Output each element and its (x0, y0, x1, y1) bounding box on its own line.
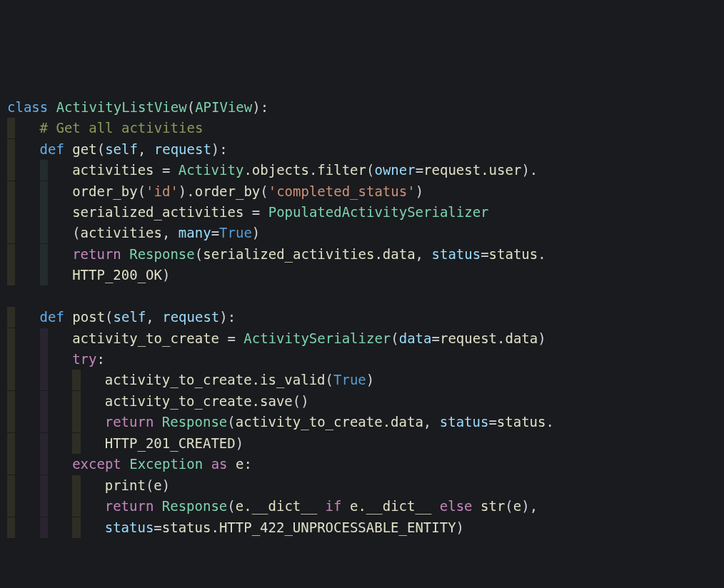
token: ( (260, 183, 268, 199)
token: objects (252, 162, 309, 178)
token: = (431, 330, 439, 346)
token: PopulatedActivitySerializer (268, 204, 489, 220)
token: e (513, 498, 521, 514)
code-line[interactable]: return Response(activity_to_create.data,… (7, 412, 717, 432)
token: ). (179, 183, 195, 199)
indent-guides (7, 181, 72, 202)
token: ) (236, 435, 243, 451)
token: try (72, 351, 96, 367)
code-editor[interactable]: class ActivityListView(APIView):# Get al… (7, 97, 717, 538)
token: 'completed_status' (268, 183, 416, 199)
code-line[interactable]: activity_to_create.save() (7, 391, 717, 412)
token: ) (416, 183, 423, 199)
code-tokens: activities = Activity.objects.filter(own… (72, 160, 538, 181)
token: ( (195, 246, 203, 262)
code-line[interactable]: return Response(e.__dict__ if e.__dict__… (7, 496, 717, 517)
token: request (154, 141, 211, 157)
token: . (538, 246, 545, 262)
token: else (440, 498, 473, 514)
code-tokens: activity_to_create.save() (105, 391, 309, 412)
token: HTTP_200_OK (72, 267, 162, 283)
token: save (260, 393, 293, 409)
indent-guides (7, 202, 72, 223)
token (154, 412, 161, 432)
code-tokens: return Response(e.__dict__ if e.__dict__… (105, 496, 538, 517)
indent-guides (7, 370, 105, 390)
token: serialized_activities.data (203, 246, 415, 262)
code-tokens: activity_to_create = ActivitySerializer(… (72, 328, 546, 349)
token: ). (521, 162, 538, 178)
code-tokens: return Response(activity_to_create.data,… (105, 412, 554, 432)
code-line[interactable]: try: (7, 349, 717, 370)
token: class (7, 99, 48, 115)
code-line[interactable]: def post(self, request): (7, 307, 717, 328)
code-line[interactable] (7, 286, 717, 307)
code-line[interactable]: # Get all activities (7, 118, 717, 138)
token: def (40, 309, 64, 325)
code-tokens: HTTP_200_OK) (72, 265, 170, 285)
token: ( (138, 183, 146, 199)
token: activities (72, 162, 162, 178)
token: e (236, 456, 243, 472)
token: ( (146, 477, 154, 493)
token (228, 454, 236, 475)
indent-guides (7, 454, 72, 475)
code-line[interactable]: return Response(serialized_activities.da… (7, 244, 717, 265)
token: , (162, 225, 179, 240)
code-tokens: status=status.HTTP_422_UNPROCESSABLE_ENT… (105, 517, 464, 538)
code-line[interactable]: order_by('id').order_by('completed_statu… (7, 181, 717, 202)
code-line[interactable]: except Exception as e: (7, 454, 717, 475)
token: return (72, 246, 121, 262)
code-line[interactable]: serialized_activities = PopulatedActivit… (7, 202, 717, 223)
token: status (162, 519, 211, 535)
indent-guides (7, 391, 105, 412)
indent-guides (7, 244, 72, 265)
indent-guides (7, 412, 105, 432)
code-line[interactable]: (activities, many=True) (7, 223, 717, 243)
token: . (545, 414, 553, 430)
code-tokens: order_by('id').order_by('completed_statu… (72, 181, 423, 202)
token (64, 307, 72, 328)
indent-guides (7, 223, 72, 243)
code-tokens: except Exception as e: (72, 454, 252, 475)
indent-guides (7, 475, 105, 496)
code-line[interactable]: activity_to_create = ActivitySerializer(… (7, 328, 717, 349)
token: ): (219, 309, 236, 325)
code-line[interactable]: status=status.HTTP_422_UNPROCESSABLE_ENT… (7, 517, 717, 538)
token: self (105, 141, 138, 157)
token: ( (97, 141, 105, 157)
token: owner (374, 162, 415, 178)
token: as (211, 456, 228, 472)
code-line[interactable]: def get(self, request): (7, 139, 717, 160)
token: , (423, 414, 440, 430)
code-tokens: HTTP_201_CREATED) (105, 433, 243, 454)
token: True (219, 225, 252, 240)
token: e.__dict__ (236, 498, 317, 514)
code-line[interactable]: class ActivityListView(APIView): (7, 97, 717, 118)
code-line[interactable]: HTTP_201_CREATED) (7, 433, 717, 454)
token: ) (538, 330, 545, 346)
token: ActivitySerializer (243, 330, 391, 346)
code-line[interactable]: HTTP_200_OK) (7, 265, 717, 285)
token: ) (252, 225, 260, 240)
token: filter (317, 162, 366, 178)
token: request.user (423, 162, 521, 178)
token: activity_to_create. (105, 372, 260, 387)
code-line[interactable]: activities = Activity.objects.filter(own… (7, 160, 717, 181)
token: = (488, 414, 496, 430)
token: # Get all activities (40, 120, 203, 136)
token: = (481, 246, 488, 262)
token: if (326, 498, 342, 514)
token: ( (72, 225, 80, 240)
code-line[interactable]: activity_to_create.is_valid(True) (7, 370, 717, 390)
token: data (399, 330, 432, 346)
indent-guides (7, 496, 105, 517)
code-line[interactable]: print(e) (7, 475, 717, 496)
code-tokens: (activities, many=True) (72, 223, 260, 243)
token: Activity (179, 162, 244, 178)
token: ) (366, 372, 374, 387)
token: status (432, 246, 481, 262)
token: ( (105, 309, 113, 325)
token: def (40, 141, 64, 157)
token: activity_to_create.data (236, 414, 423, 430)
